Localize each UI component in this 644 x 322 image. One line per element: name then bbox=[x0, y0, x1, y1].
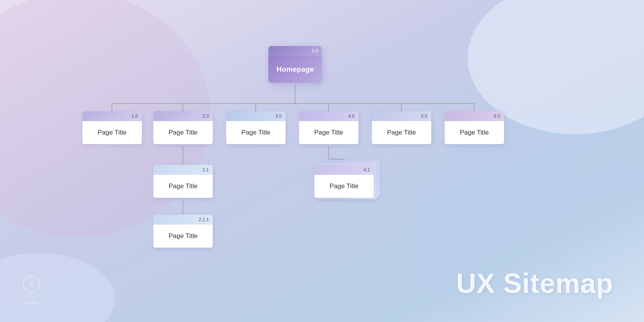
node-4-1-label: Page Title bbox=[330, 182, 359, 190]
node-1-0-id: 1.0 bbox=[131, 113, 138, 119]
node-3-0-id: 3.0 bbox=[275, 113, 282, 119]
node-6-0[interactable]: 6.0 Page Title bbox=[445, 111, 504, 144]
node-5-0-id: 5.0 bbox=[421, 113, 427, 119]
node-5-0[interactable]: 5.0 Page Title bbox=[372, 111, 431, 144]
node-3-0-label: Page Title bbox=[242, 129, 271, 136]
node-2-1-1-id: 2.1.1 bbox=[199, 217, 209, 222]
node-6-0-label: Page Title bbox=[460, 129, 489, 136]
homepage-id: 0.0 bbox=[312, 48, 318, 54]
homepage-label: Homepage bbox=[276, 65, 314, 74]
node-5-0-label: Page Title bbox=[387, 129, 416, 136]
node-6-0-id: 6.0 bbox=[494, 113, 500, 119]
logo-text: Let's Enhance .io bbox=[23, 294, 40, 310]
node-1-0-label: Page Title bbox=[98, 129, 127, 136]
logo-icon: ⊙ bbox=[23, 276, 40, 292]
logo: ⊙ Let's Enhance .io bbox=[23, 276, 40, 310]
node-1-0[interactable]: 1.0 Page Title bbox=[82, 111, 142, 144]
node-2-1[interactable]: 2.1 Page Title bbox=[153, 165, 213, 198]
node-2-0-label: Page Title bbox=[169, 129, 198, 136]
node-2-0-id: 2.0 bbox=[202, 113, 209, 119]
node-2-1-1-label: Page Title bbox=[169, 232, 198, 240]
node-4-1-id: 4.1 bbox=[363, 167, 370, 172]
node-2-0[interactable]: 2.0 Page Title bbox=[153, 111, 213, 144]
node-4-0-id: 4.0 bbox=[348, 113, 355, 119]
node-4-0-label: Page Title bbox=[314, 129, 343, 136]
node-3-0[interactable]: 3.0 Page Title bbox=[226, 111, 286, 144]
node-4-0[interactable]: 4.0 Page Title bbox=[299, 111, 358, 144]
node-2-1-1[interactable]: 2.1.1 Page Title bbox=[153, 215, 213, 248]
ux-sitemap-title: UX Sitemap bbox=[456, 268, 613, 299]
node-2-1-id: 2.1 bbox=[202, 167, 209, 172]
homepage-node[interactable]: 0.0 Homepage bbox=[268, 46, 322, 83]
node-2-1-label: Page Title bbox=[169, 182, 198, 190]
node-4-1[interactable]: 4.1 Page Title bbox=[314, 165, 374, 198]
